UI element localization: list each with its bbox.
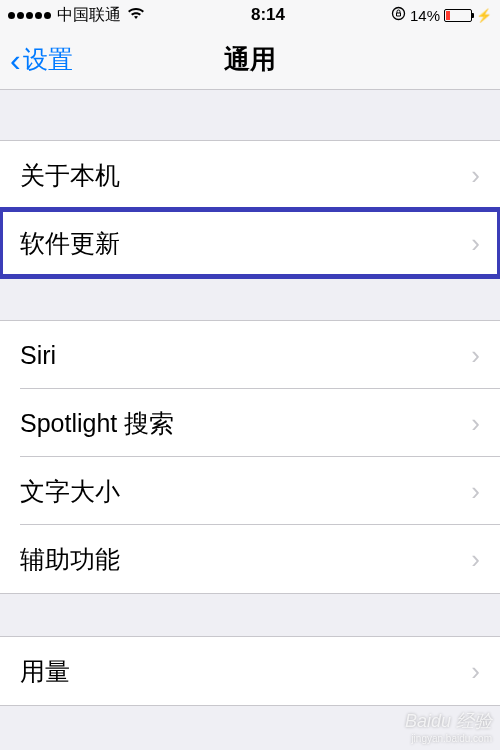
row-text-size[interactable]: 文字大小 › — [0, 457, 500, 525]
row-accessibility[interactable]: 辅助功能 › — [0, 525, 500, 593]
status-left: 中国联通 — [8, 5, 145, 26]
back-label: 设置 — [23, 43, 73, 76]
back-button[interactable]: ‹ 设置 — [0, 43, 73, 76]
row-label: 辅助功能 — [20, 543, 120, 576]
battery-percent: 14% — [410, 7, 440, 24]
section-spacer — [0, 594, 500, 636]
watermark-brand: Baidu 经验 — [405, 711, 492, 731]
status-time: 8:14 — [251, 5, 285, 25]
row-siri[interactable]: Siri › — [0, 321, 500, 389]
carrier-label: 中国联通 — [57, 5, 121, 26]
status-right: 14% ⚡ — [391, 6, 492, 24]
nav-bar: ‹ 设置 通用 — [0, 30, 500, 90]
chevron-right-icon: › — [471, 656, 480, 687]
row-label: 用量 — [20, 655, 70, 688]
status-bar: 中国联通 8:14 14% ⚡ — [0, 0, 500, 30]
chevron-right-icon: › — [471, 340, 480, 371]
orientation-lock-icon — [391, 6, 406, 24]
chevron-right-icon: › — [471, 544, 480, 575]
battery-icon — [444, 9, 472, 22]
row-usage[interactable]: 用量 › — [0, 637, 500, 705]
section-spacer — [0, 278, 500, 320]
chevron-right-icon: › — [471, 476, 480, 507]
row-about[interactable]: 关于本机 › — [0, 141, 500, 209]
section-spacer — [0, 90, 500, 140]
chevron-right-icon: › — [471, 228, 480, 259]
row-label: Spotlight 搜索 — [20, 407, 174, 440]
row-software-update[interactable]: 软件更新 › — [0, 209, 500, 277]
chevron-right-icon: › — [471, 408, 480, 439]
row-label: 文字大小 — [20, 475, 120, 508]
chevron-right-icon: › — [471, 160, 480, 191]
row-label: 关于本机 — [20, 159, 120, 192]
page-title: 通用 — [224, 42, 276, 77]
row-label: Siri — [20, 341, 56, 370]
wifi-icon — [127, 6, 145, 24]
list-group-3: 用量 › — [0, 636, 500, 706]
row-spotlight[interactable]: Spotlight 搜索 › — [0, 389, 500, 457]
signal-strength-icon — [8, 12, 51, 19]
charging-icon: ⚡ — [476, 8, 492, 23]
row-label: 软件更新 — [20, 227, 120, 260]
list-group-1: 关于本机 › 软件更新 › — [0, 140, 500, 278]
watermark-url: jingyan.baidu.com — [405, 733, 492, 744]
list-group-2: Siri › Spotlight 搜索 › 文字大小 › 辅助功能 › — [0, 320, 500, 594]
chevron-left-icon: ‹ — [10, 44, 21, 76]
watermark: Baidu 经验 jingyan.baidu.com — [405, 709, 492, 744]
